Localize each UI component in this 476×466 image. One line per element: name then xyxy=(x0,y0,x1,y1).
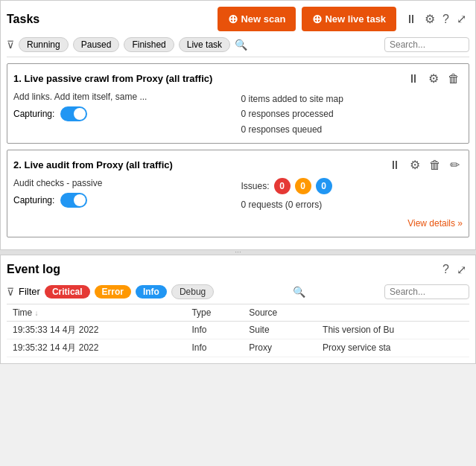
filter-live-task[interactable]: Live task xyxy=(179,37,230,52)
task1-capturing-label: Capturing: xyxy=(13,109,54,119)
task-card-1: 1. Live passive crawl from Proxy (all tr… xyxy=(7,63,469,144)
row1-message: This version of Bu xyxy=(317,321,469,339)
row1-type: Info xyxy=(185,321,243,339)
row1-time: 19:35:33 14 4月 2022 xyxy=(7,321,185,339)
task1-pause-button[interactable]: ⏸ xyxy=(404,71,422,87)
task1-gear-button[interactable]: ⚙ xyxy=(425,70,442,87)
filter-info[interactable]: Info xyxy=(136,285,167,299)
event-log-table: Time ↓ Type Source 19:35:33 14 4月 2022 I… xyxy=(7,304,469,357)
col-source: Source xyxy=(243,304,317,322)
toggle-knob xyxy=(74,108,86,120)
filter-finished[interactable]: Finished xyxy=(124,37,174,52)
search-icon: 🔍 xyxy=(235,39,247,51)
issues-label: Issues: xyxy=(241,179,270,194)
task2-audit-checks: Audit checks - passive xyxy=(13,178,235,188)
task-search-box[interactable] xyxy=(384,37,469,52)
filter-paused[interactable]: Paused xyxy=(73,37,120,52)
table-row: 19:35:33 14 4月 2022 Info Suite This vers… xyxy=(7,321,469,339)
filter-debug[interactable]: Debug xyxy=(171,284,214,299)
eventlog-search-input[interactable] xyxy=(390,287,464,297)
filter-icon: ⊽ xyxy=(7,39,14,51)
eventlog-title: Event log xyxy=(7,263,439,276)
gear-button[interactable]: ⚙ xyxy=(422,10,438,28)
eventlog-help-button[interactable]: ? xyxy=(439,261,452,278)
task2-delete-button[interactable]: 🗑 xyxy=(426,157,444,173)
task2-capturing-label: Capturing: xyxy=(13,195,54,205)
eventlog-filter-label: Filter xyxy=(19,286,40,297)
row2-message: Proxy service sta xyxy=(317,339,469,357)
plus-icon-2: ⊕ xyxy=(312,12,322,26)
new-live-task-button[interactable]: ⊕ New live task xyxy=(302,7,396,31)
task1-delete-button[interactable]: 🗑 xyxy=(445,71,463,87)
tasks-title: Tasks xyxy=(7,13,212,26)
task1-capturing-toggle[interactable] xyxy=(60,106,87,121)
issues-badge-red: 0 xyxy=(274,178,291,194)
task1-stat-2: 0 responses processed xyxy=(241,106,463,121)
new-scan-button[interactable]: ⊕ New scan xyxy=(218,7,296,31)
task2-pause-button[interactable]: ⏸ xyxy=(386,157,404,173)
event-log-panel: Event log ? ⤢ ⊽ Filter Critical Error In… xyxy=(0,255,476,364)
view-details-link[interactable]: View details » xyxy=(241,216,463,231)
table-row: 19:35:32 14 4月 2022 Info Proxy Proxy ser… xyxy=(7,339,469,357)
filter-running[interactable]: Running xyxy=(19,37,69,52)
col-time[interactable]: Time ↓ xyxy=(7,304,185,322)
help-button[interactable]: ? xyxy=(439,11,452,28)
eventlog-search-box[interactable] xyxy=(384,284,469,299)
eventlog-search-icon: 🔍 xyxy=(293,286,305,298)
task2-title: 2. Live audit from Proxy (all traffic) xyxy=(13,159,173,170)
task1-stat-1: 0 items added to site map xyxy=(241,92,463,106)
task1-stat-3: 0 responses queued xyxy=(241,122,463,137)
task1-description: Add links. Add item itself, same ... xyxy=(13,92,235,102)
row2-time: 19:35:32 14 4月 2022 xyxy=(7,339,185,357)
task1-title: 1. Live passive crawl from Proxy (all tr… xyxy=(13,73,212,84)
pause-button[interactable]: ⏸ xyxy=(402,11,420,28)
col-type: Type xyxy=(185,304,243,322)
row2-type: Info xyxy=(185,339,243,357)
expand-button[interactable]: ⤢ xyxy=(454,10,469,28)
issues-row: Issues: 0 0 0 xyxy=(241,178,463,194)
filter-critical[interactable]: Critical xyxy=(45,285,90,299)
eventlog-expand-button[interactable]: ⤢ xyxy=(454,261,469,278)
filter-error[interactable]: Error xyxy=(95,285,131,299)
task2-edit-button[interactable]: ✏ xyxy=(447,156,463,173)
issues-badge-blue: 0 xyxy=(316,178,332,194)
task2-gear-button[interactable]: ⚙ xyxy=(407,156,423,173)
task1-stats: 0 items added to site map 0 responses pr… xyxy=(241,92,463,137)
task-card-2: 2. Live audit from Proxy (all traffic) ⏸… xyxy=(7,150,469,237)
eventlog-filter-icon: ⊽ xyxy=(7,286,14,298)
row2-source: Proxy xyxy=(243,339,317,357)
task2-capturing-toggle[interactable] xyxy=(60,193,87,208)
task2-requests: 0 requests (0 errors) xyxy=(241,197,463,212)
issues-badge-orange: 0 xyxy=(295,178,311,194)
sort-arrow-icon: ↓ xyxy=(35,309,39,317)
plus-icon: ⊕ xyxy=(228,12,238,26)
toggle-knob-2 xyxy=(74,194,86,206)
task-search-input[interactable] xyxy=(390,39,464,50)
col-message xyxy=(317,304,469,322)
row1-source: Suite xyxy=(243,321,317,339)
